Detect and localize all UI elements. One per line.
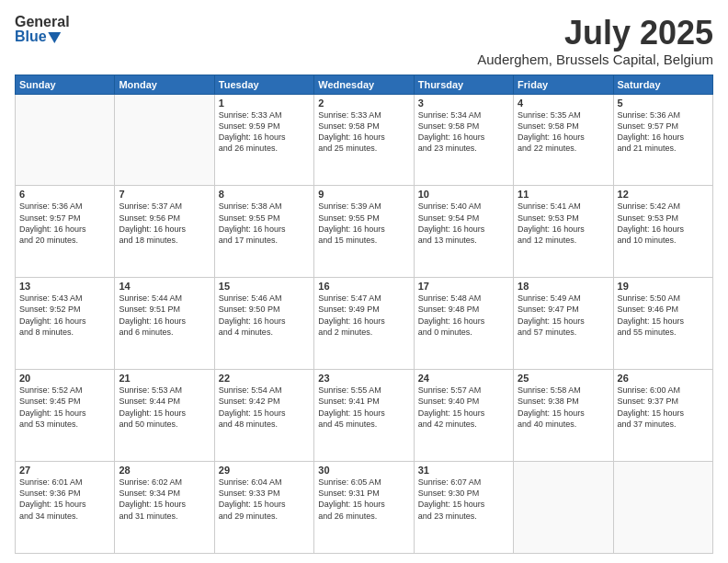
calendar-cell: 14Sunrise: 5:44 AMSunset: 9:51 PMDayligh… bbox=[115, 278, 214, 370]
logo-general: General bbox=[15, 15, 70, 29]
calendar-cell: 23Sunrise: 5:55 AMSunset: 9:41 PMDayligh… bbox=[314, 370, 414, 462]
day-number: 2 bbox=[318, 98, 409, 109]
day-number: 29 bbox=[219, 465, 310, 476]
day-info: Sunrise: 5:43 AMSunset: 9:52 PMDaylight:… bbox=[19, 293, 110, 338]
day-info: Sunrise: 5:38 AMSunset: 9:55 PMDaylight:… bbox=[219, 201, 310, 246]
day-number: 12 bbox=[618, 189, 709, 200]
day-info: Sunrise: 5:49 AMSunset: 9:47 PMDaylight:… bbox=[518, 293, 609, 338]
day-info: Sunrise: 6:07 AMSunset: 9:30 PMDaylight:… bbox=[418, 477, 509, 522]
day-info: Sunrise: 6:00 AMSunset: 9:37 PMDaylight:… bbox=[618, 385, 709, 430]
day-info: Sunrise: 5:53 AMSunset: 9:44 PMDaylight:… bbox=[119, 385, 210, 430]
calendar-cell: 11Sunrise: 5:41 AMSunset: 9:53 PMDayligh… bbox=[514, 186, 613, 278]
page: General Blue July 2025 Auderghem, Brusse… bbox=[0, 0, 728, 563]
calendar-cell bbox=[16, 94, 115, 186]
day-info: Sunrise: 5:44 AMSunset: 9:51 PMDaylight:… bbox=[119, 293, 210, 338]
day-number: 6 bbox=[19, 189, 110, 200]
calendar-cell: 10Sunrise: 5:40 AMSunset: 9:54 PMDayligh… bbox=[414, 186, 513, 278]
calendar-week-5: 27Sunrise: 6:01 AMSunset: 9:36 PMDayligh… bbox=[16, 462, 713, 554]
calendar-cell: 29Sunrise: 6:04 AMSunset: 9:33 PMDayligh… bbox=[214, 462, 313, 554]
day-number: 15 bbox=[219, 281, 310, 292]
calendar-cell: 4Sunrise: 5:35 AMSunset: 9:58 PMDaylight… bbox=[514, 94, 613, 186]
day-number: 31 bbox=[418, 465, 509, 476]
calendar-cell: 3Sunrise: 5:34 AMSunset: 9:58 PMDaylight… bbox=[414, 94, 513, 186]
calendar-cell: 24Sunrise: 5:57 AMSunset: 9:40 PMDayligh… bbox=[414, 370, 513, 462]
calendar-cell: 31Sunrise: 6:07 AMSunset: 9:30 PMDayligh… bbox=[414, 462, 513, 554]
day-info: Sunrise: 5:52 AMSunset: 9:45 PMDaylight:… bbox=[19, 385, 110, 430]
day-number: 23 bbox=[318, 373, 409, 384]
day-info: Sunrise: 6:04 AMSunset: 9:33 PMDaylight:… bbox=[219, 477, 310, 522]
calendar-week-1: 1Sunrise: 5:33 AMSunset: 9:59 PMDaylight… bbox=[16, 94, 713, 186]
calendar-cell: 8Sunrise: 5:38 AMSunset: 9:55 PMDaylight… bbox=[214, 186, 313, 278]
calendar-cell bbox=[514, 462, 613, 554]
weekday-header-tuesday: Tuesday bbox=[214, 75, 313, 94]
day-number: 20 bbox=[19, 373, 110, 384]
day-info: Sunrise: 5:46 AMSunset: 9:50 PMDaylight:… bbox=[219, 293, 310, 338]
weekday-header-row: SundayMondayTuesdayWednesdayThursdayFrid… bbox=[16, 75, 713, 94]
day-info: Sunrise: 5:33 AMSunset: 9:59 PMDaylight:… bbox=[219, 109, 310, 155]
weekday-header-sunday: Sunday bbox=[16, 75, 115, 94]
day-number: 3 bbox=[418, 98, 509, 109]
calendar-cell: 16Sunrise: 5:47 AMSunset: 9:49 PMDayligh… bbox=[314, 278, 414, 370]
location-title: Auderghem, Brussels Capital, Belgium bbox=[477, 52, 713, 67]
day-number: 16 bbox=[318, 281, 409, 292]
day-number: 27 bbox=[19, 465, 110, 476]
calendar-cell: 27Sunrise: 6:01 AMSunset: 9:36 PMDayligh… bbox=[16, 462, 115, 554]
day-number: 8 bbox=[219, 189, 310, 200]
calendar-cell: 2Sunrise: 5:33 AMSunset: 9:58 PMDaylight… bbox=[314, 94, 414, 186]
calendar-cell: 17Sunrise: 5:48 AMSunset: 9:48 PMDayligh… bbox=[414, 278, 513, 370]
day-number: 11 bbox=[518, 189, 609, 200]
day-number: 5 bbox=[618, 98, 709, 109]
day-info: Sunrise: 5:48 AMSunset: 9:48 PMDaylight:… bbox=[418, 293, 509, 338]
day-number: 10 bbox=[418, 189, 509, 200]
day-number: 28 bbox=[119, 465, 210, 476]
day-info: Sunrise: 5:57 AMSunset: 9:40 PMDaylight:… bbox=[418, 385, 509, 430]
calendar-cell: 9Sunrise: 5:39 AMSunset: 9:55 PMDaylight… bbox=[314, 186, 414, 278]
day-number: 24 bbox=[418, 373, 509, 384]
calendar-cell bbox=[115, 94, 214, 186]
day-info: Sunrise: 5:42 AMSunset: 9:53 PMDaylight:… bbox=[618, 201, 709, 246]
calendar-cell: 6Sunrise: 5:36 AMSunset: 9:57 PMDaylight… bbox=[16, 186, 115, 278]
day-info: Sunrise: 5:58 AMSunset: 9:38 PMDaylight:… bbox=[518, 385, 609, 430]
day-number: 17 bbox=[418, 281, 509, 292]
logo-arrow-icon bbox=[48, 27, 63, 43]
weekday-header-monday: Monday bbox=[115, 75, 214, 94]
day-info: Sunrise: 5:41 AMSunset: 9:53 PMDaylight:… bbox=[518, 201, 609, 246]
day-number: 1 bbox=[219, 98, 310, 109]
calendar-table: SundayMondayTuesdayWednesdayThursdayFrid… bbox=[15, 75, 713, 554]
calendar-cell: 12Sunrise: 5:42 AMSunset: 9:53 PMDayligh… bbox=[613, 186, 712, 278]
day-number: 14 bbox=[119, 281, 210, 292]
day-info: Sunrise: 5:39 AMSunset: 9:55 PMDaylight:… bbox=[318, 201, 409, 246]
day-info: Sunrise: 5:55 AMSunset: 9:41 PMDaylight:… bbox=[318, 385, 409, 430]
day-number: 18 bbox=[518, 281, 609, 292]
calendar-cell: 13Sunrise: 5:43 AMSunset: 9:52 PMDayligh… bbox=[16, 278, 115, 370]
calendar-week-3: 13Sunrise: 5:43 AMSunset: 9:52 PMDayligh… bbox=[16, 278, 713, 370]
weekday-header-thursday: Thursday bbox=[414, 75, 513, 94]
day-info: Sunrise: 5:36 AMSunset: 9:57 PMDaylight:… bbox=[19, 201, 110, 246]
title-block: July 2025 Auderghem, Brussels Capital, B… bbox=[477, 15, 713, 67]
calendar-week-4: 20Sunrise: 5:52 AMSunset: 9:45 PMDayligh… bbox=[16, 370, 713, 462]
calendar-cell: 25Sunrise: 5:58 AMSunset: 9:38 PMDayligh… bbox=[514, 370, 613, 462]
calendar-cell: 7Sunrise: 5:37 AMSunset: 9:56 PMDaylight… bbox=[115, 186, 214, 278]
day-number: 19 bbox=[618, 281, 709, 292]
day-info: Sunrise: 5:40 AMSunset: 9:54 PMDaylight:… bbox=[418, 201, 509, 246]
day-number: 26 bbox=[618, 373, 709, 384]
day-number: 9 bbox=[318, 189, 409, 200]
calendar-cell: 20Sunrise: 5:52 AMSunset: 9:45 PMDayligh… bbox=[16, 370, 115, 462]
day-number: 13 bbox=[19, 281, 110, 292]
month-title: July 2025 bbox=[477, 15, 713, 52]
weekday-header-saturday: Saturday bbox=[613, 75, 712, 94]
day-info: Sunrise: 5:36 AMSunset: 9:57 PMDaylight:… bbox=[618, 109, 709, 155]
day-info: Sunrise: 6:05 AMSunset: 9:31 PMDaylight:… bbox=[318, 477, 409, 522]
logo-blue: Blue bbox=[15, 29, 70, 44]
calendar-cell: 30Sunrise: 6:05 AMSunset: 9:31 PMDayligh… bbox=[314, 462, 414, 554]
calendar-cell bbox=[613, 462, 712, 554]
day-info: Sunrise: 6:01 AMSunset: 9:36 PMDaylight:… bbox=[19, 477, 110, 522]
header: General Blue July 2025 Auderghem, Brusse… bbox=[15, 15, 713, 67]
day-info: Sunrise: 5:34 AMSunset: 9:58 PMDaylight:… bbox=[418, 109, 509, 155]
calendar-cell: 21Sunrise: 5:53 AMSunset: 9:44 PMDayligh… bbox=[115, 370, 214, 462]
logo: General Blue bbox=[15, 15, 70, 44]
weekday-header-wednesday: Wednesday bbox=[314, 75, 414, 94]
calendar-cell: 26Sunrise: 6:00 AMSunset: 9:37 PMDayligh… bbox=[613, 370, 712, 462]
day-info: Sunrise: 5:35 AMSunset: 9:58 PMDaylight:… bbox=[518, 109, 609, 155]
day-info: Sunrise: 5:54 AMSunset: 9:42 PMDaylight:… bbox=[219, 385, 310, 430]
